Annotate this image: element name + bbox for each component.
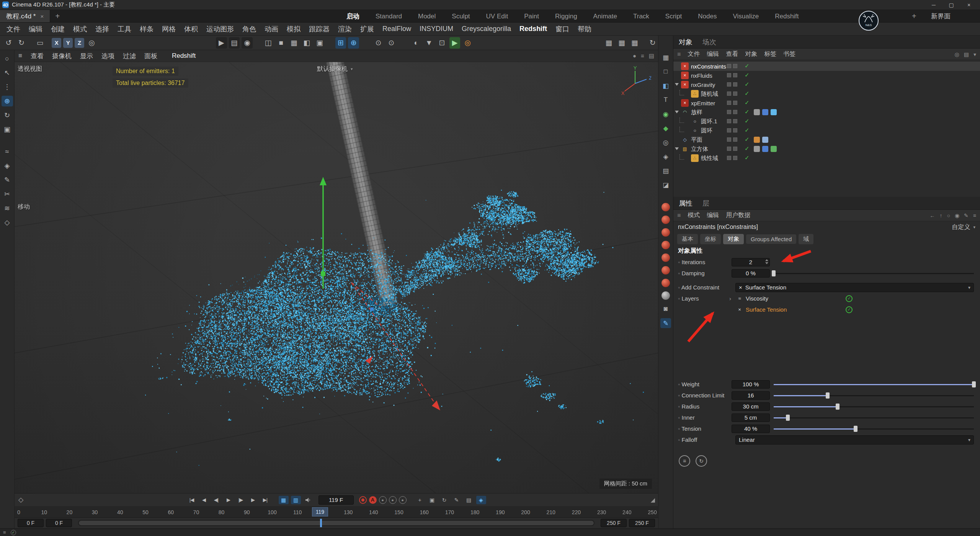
- tree-item-nxConstraints[interactable]: ×nxConstraints✓: [673, 62, 980, 71]
- brand-badge-icon[interactable]: N&S: [858, 10, 879, 31]
- material-red-5[interactable]: [662, 253, 670, 262]
- bake-icon[interactable]: ▼: [423, 37, 434, 49]
- make-editable-icon[interactable]: ◫: [263, 37, 274, 49]
- new-document-tab-button[interactable]: +: [50, 10, 65, 22]
- shelf-camera-icon[interactable]: ◙: [660, 304, 671, 314]
- vp-rows-icon[interactable]: ≡: [641, 52, 644, 59]
- tree-item-圆环.1[interactable]: ○圆环.1✓: [673, 117, 980, 126]
- section-tab-坐标[interactable]: 坐标: [700, 234, 721, 244]
- attr-edit-icon[interactable]: ✎: [964, 212, 969, 219]
- camera-label[interactable]: 默认摄像机 ▾: [317, 65, 353, 73]
- frame-selection-icon[interactable]: ▭: [34, 37, 46, 49]
- export-icon[interactable]: ⊡: [436, 37, 448, 49]
- workplane-lock-icon[interactable]: ⊙: [373, 37, 384, 49]
- layout-nodes[interactable]: Nodes: [698, 13, 717, 20]
- previous-frame-button[interactable]: ◀|: [211, 495, 221, 505]
- enabled-check-icon[interactable]: ✓: [745, 72, 750, 78]
- layout-uv-edit[interactable]: UV Edit: [486, 13, 508, 20]
- editor-visibility-dot[interactable]: [727, 156, 731, 160]
- shelf-cube-icon[interactable]: ◧: [660, 81, 671, 91]
- render-visibility-dot[interactable]: [733, 147, 737, 151]
- expander-icon[interactable]: [675, 147, 679, 150]
- tension-slider[interactable]: [774, 425, 974, 433]
- document-tab[interactable]: 教程.c4d * ×: [0, 10, 50, 22]
- render-visibility-dot[interactable]: [733, 137, 737, 142]
- maximize-button[interactable]: ▢: [942, 0, 960, 10]
- om-dropdown-icon[interactable]: ▾: [973, 51, 976, 57]
- attr-lock-icon[interactable]: ◉: [955, 212, 959, 219]
- texture-mode-icon[interactable]: ▦: [289, 37, 300, 49]
- vp-grid-icon[interactable]: ▤: [649, 52, 654, 59]
- layout-rigging[interactable]: Rigging: [555, 13, 577, 20]
- render-visibility-dot[interactable]: [733, 73, 737, 77]
- render-visibility-dot[interactable]: [733, 110, 737, 114]
- add-constraint-dropdown[interactable]: × Surface Tension ▾: [735, 283, 974, 292]
- screen-layout-2-icon[interactable]: ▦: [616, 37, 627, 49]
- selection-filter-icon[interactable]: ⋮: [2, 82, 13, 92]
- editor-visibility-dot[interactable]: [727, 137, 731, 142]
- viewport-menu-过滤[interactable]: 过滤: [123, 52, 136, 60]
- menu-扩展[interactable]: 扩展: [356, 25, 378, 34]
- timeline-layer-icon[interactable]: ◇: [18, 496, 23, 504]
- go-to-start-button[interactable]: |◀: [187, 495, 197, 505]
- close-button[interactable]: ×: [960, 0, 978, 10]
- object-tag-icon[interactable]: [762, 146, 768, 152]
- enabled-check-icon[interactable]: ✓: [745, 81, 750, 88]
- render-settings-icon[interactable]: ◉: [242, 37, 253, 49]
- manager-tab-场次[interactable]: 场次: [702, 38, 716, 47]
- object-tag-icon[interactable]: [754, 137, 760, 143]
- tree-item-xpEmitter[interactable]: ×xpEmitter✓: [673, 98, 980, 108]
- viewport-menu-摄像机[interactable]: 摄像机: [52, 52, 72, 60]
- axis-y-button[interactable]: Y: [63, 38, 73, 48]
- enabled-check-icon[interactable]: ✓: [745, 90, 750, 97]
- shelf-square-icon[interactable]: □: [660, 67, 671, 77]
- snap-tool-icon[interactable]: ◈: [2, 160, 13, 171]
- viewport-menu-选项[interactable]: 选项: [101, 52, 114, 60]
- material-red-2[interactable]: [662, 216, 670, 224]
- falloff-dropdown[interactable]: Linear ▾: [735, 435, 974, 444]
- attribute-tab-属性[interactable]: 属性: [679, 199, 693, 208]
- attribute-tab-层[interactable]: 层: [702, 199, 709, 208]
- layout-redshift[interactable]: Redshift: [775, 13, 799, 20]
- render-visibility-dot[interactable]: [733, 128, 737, 132]
- tension-input[interactable]: 40 %: [732, 425, 770, 433]
- panel-layout-icon[interactable]: ▦: [660, 52, 671, 62]
- attr-menu-编辑[interactable]: 编辑: [707, 211, 719, 219]
- material-red-4[interactable]: [662, 241, 670, 249]
- iterations-input[interactable]: 2: [732, 258, 770, 266]
- render-visibility-dot[interactable]: [733, 156, 737, 160]
- layer-item-surface-tension[interactable]: ×Surface Tension✓: [737, 304, 863, 315]
- section-tab-基本[interactable]: 基本: [677, 234, 698, 244]
- lasso-tool-icon[interactable]: ≈: [2, 146, 13, 157]
- render-visibility-dot[interactable]: [733, 101, 737, 105]
- inner-input[interactable]: 5 cm: [732, 413, 770, 422]
- damping-slider[interactable]: [774, 269, 974, 278]
- om-menu-文件[interactable]: 文件: [688, 50, 700, 58]
- autokey-button[interactable]: A: [369, 496, 377, 504]
- render-view-icon[interactable]: ▶: [216, 37, 227, 49]
- tree-item-圆环[interactable]: ○圆环✓: [673, 126, 980, 135]
- attr-search-icon[interactable]: ○: [947, 212, 950, 219]
- layout-track[interactable]: Track: [633, 13, 649, 20]
- om-menu-查看[interactable]: 查看: [726, 50, 738, 58]
- rotate-tool-icon[interactable]: ↻: [2, 110, 13, 121]
- attr-more-icon[interactable]: ≡: [973, 212, 976, 219]
- menu-文件[interactable]: 文件: [2, 25, 24, 34]
- enabled-check-icon[interactable]: ✓: [745, 154, 750, 161]
- object-tag-icon[interactable]: [754, 109, 760, 115]
- editor-visibility-dot[interactable]: [727, 64, 731, 68]
- next-frame-button[interactable]: |▶: [236, 495, 246, 505]
- menu-体积[interactable]: 体积: [180, 25, 202, 34]
- weight-slider[interactable]: [774, 380, 974, 389]
- material-red-6[interactable]: [662, 266, 670, 275]
- add-layout-button[interactable]: +: [912, 10, 916, 23]
- menu-INSYDIUM[interactable]: INSYDIUM: [415, 25, 457, 33]
- om-menu-标签[interactable]: 标签: [764, 50, 776, 58]
- menu-运动图形[interactable]: 运动图形: [202, 25, 238, 34]
- shelf-sphere-icon[interactable]: ◉: [660, 109, 671, 119]
- keyframe-snap-icon[interactable]: ◈: [476, 496, 486, 504]
- render-visibility-dot[interactable]: [733, 92, 737, 96]
- editor-visibility-dot[interactable]: [727, 82, 731, 87]
- menu-工具[interactable]: 工具: [113, 25, 136, 34]
- range-end-field[interactable]: 250 F: [601, 519, 627, 527]
